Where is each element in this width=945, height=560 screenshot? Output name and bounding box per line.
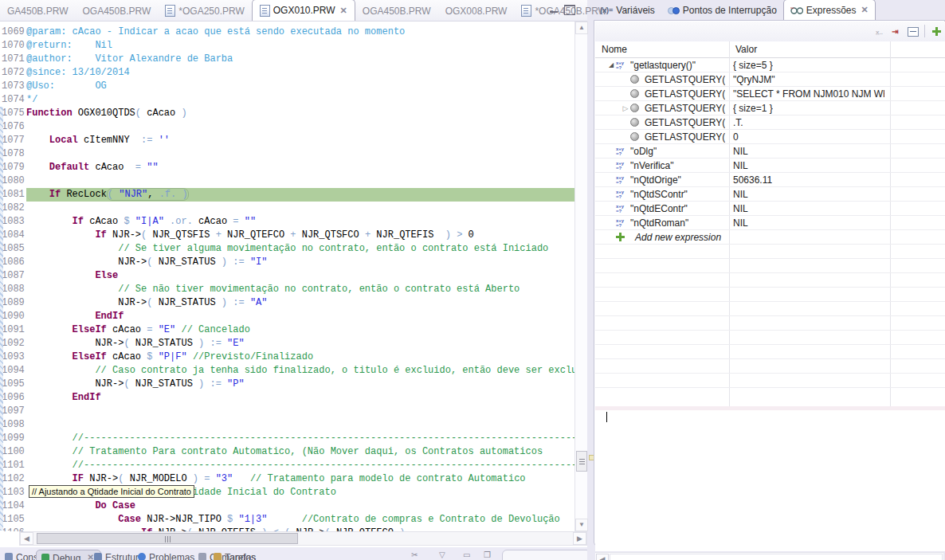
table-row[interactable]: x+y=?"nQtdEContr"NIL bbox=[595, 202, 945, 216]
code-text: //--------------------------------------… bbox=[26, 459, 574, 472]
tab-glasses[interactable]: x=Expressões✕ bbox=[783, 0, 876, 20]
editor-tab-oga250prw[interactable]: *OGA250.PRW bbox=[158, 1, 251, 21]
code-tooltip: // Ajustando a Qtidade Inicial do Contra… bbox=[29, 485, 194, 498]
column-header-nome[interactable]: Nome bbox=[595, 41, 735, 57]
table-row[interactable]: x+y=?"nVerifica"NIL bbox=[595, 159, 945, 173]
close-icon[interactable]: ✕ bbox=[340, 6, 347, 16]
table-row[interactable]: x+y=?"nQtdRoman"NIL bbox=[595, 216, 945, 230]
line-number: 1083 bbox=[0, 215, 26, 229]
code-text: @Uso: OG bbox=[26, 80, 574, 93]
line-number: 1071 bbox=[0, 53, 26, 66]
breakpoints-icon bbox=[668, 7, 680, 14]
code-text: Else bbox=[26, 269, 574, 283]
code-line: 1075Function OGX010QTDS( cAcao ) bbox=[0, 107, 574, 120]
bottom-tab-problems[interactable]: Problemas bbox=[133, 550, 201, 560]
code-text bbox=[26, 147, 574, 161]
editor-horizontal-scrollbar[interactable]: ◀ ▶ bbox=[19, 531, 587, 546]
expressions-view: x̲.. ⇥ Nome Valor ◢x+y=?"getlastquery()"… bbox=[594, 20, 945, 546]
tab-variables[interactable]: (x)=Variáveis bbox=[594, 1, 661, 20]
column-header-valor[interactable]: Valor bbox=[729, 41, 896, 57]
code-line: 1077 Local cItemNNY := '' bbox=[0, 134, 574, 147]
close-icon[interactable]: ✕ bbox=[861, 5, 869, 15]
expressions-table[interactable]: Nome Valor ◢x+y=?"getlastquery()"{ size=… bbox=[595, 41, 945, 406]
add-watchpoint-icon[interactable]: ⇥ bbox=[888, 25, 902, 38]
scroll-left-icon[interactable]: ◀ bbox=[20, 532, 33, 545]
code-text: If cAcao $ "I|A" .or. cAcao = "" bbox=[26, 215, 574, 229]
table-row[interactable]: x+y=?"nQtdSContr"NIL bbox=[595, 187, 945, 202]
expression-value: { size=5 } bbox=[733, 60, 773, 71]
tab-label: OGA450B.PRW bbox=[82, 6, 151, 17]
detail-pane[interactable] bbox=[595, 410, 945, 551]
line-number: 1074 bbox=[0, 93, 26, 107]
line-number: 1072 bbox=[0, 66, 26, 80]
tab-label: Problemas bbox=[149, 552, 194, 560]
bottom-view-bar: ✂ ▽ ▭ ❐ ConsoleDebug✕EstruturaProblemasC… bbox=[0, 547, 587, 560]
add-expression-icon[interactable] bbox=[930, 25, 943, 38]
svg-text:x=: x= bbox=[790, 6, 794, 10]
table-row[interactable]: x+y=?"oDlg"NIL bbox=[595, 144, 945, 159]
add-new-expression-row[interactable]: Add new expression bbox=[595, 230, 945, 245]
editor-tab-ogx008prw[interactable]: OGX008.PRW bbox=[438, 1, 515, 21]
code-text: EndIf bbox=[26, 310, 574, 323]
code-line: 1074*/ bbox=[0, 93, 574, 107]
table-row[interactable]: ◢x+y=?"getlastquery()"{ size=5 } bbox=[595, 58, 945, 72]
scroll-left-icon[interactable]: ◀ bbox=[596, 554, 609, 560]
horizontal-scroll-thumb[interactable] bbox=[37, 533, 298, 544]
expression-value: NIL bbox=[733, 217, 748, 229]
empty-row bbox=[595, 273, 945, 288]
bottom-tab-tasks[interactable]: Tarefas bbox=[209, 550, 262, 560]
changed-lines-marker bbox=[0, 107, 3, 531]
view-maximize-icon[interactable]: ❐ bbox=[484, 550, 491, 559]
code-line: 1087 Else bbox=[0, 269, 574, 283]
editor-tab-ogx010prw[interactable]: OGX010.PRW✕ bbox=[252, 0, 355, 21]
table-row[interactable]: x+y=?"nQtdOrige"50636.11 bbox=[595, 173, 945, 187]
editor-tab-oga450bprw[interactable]: OGA450B.PRW bbox=[75, 1, 158, 21]
filter-icon[interactable]: ▽ bbox=[439, 550, 445, 559]
editor-vertical-scrollbar[interactable]: ▲ ▼ bbox=[574, 22, 587, 531]
code-text: ElseIf cAcao = "E" // Cancelado bbox=[26, 323, 574, 337]
scroll-right-icon[interactable]: ▶ bbox=[573, 532, 586, 545]
table-row[interactable]: ▷GETLASTQUERY({ size=1 } bbox=[595, 101, 945, 116]
tab-label: Tarefas bbox=[225, 552, 256, 560]
scroll-track[interactable] bbox=[610, 554, 943, 560]
expression-value: NIL bbox=[733, 146, 748, 157]
table-row[interactable]: GETLASTQUERY(0 bbox=[595, 130, 945, 144]
code-line: 1104 Do Case bbox=[0, 499, 574, 513]
line-number: 1075 bbox=[0, 107, 26, 120]
table-row[interactable]: GETLASTQUERY("QryNJM" bbox=[595, 72, 945, 87]
vertical-scroll-thumb[interactable] bbox=[576, 451, 587, 472]
view-minimize-icon[interactable]: ▭ bbox=[463, 550, 470, 559]
link-icon[interactable]: ✂ bbox=[411, 550, 418, 559]
expression-name: "nQtdOrige" bbox=[630, 174, 681, 186]
collapse-all-icon[interactable] bbox=[906, 25, 920, 38]
table-header[interactable]: Nome Valor bbox=[595, 41, 945, 58]
show-type-names-icon[interactable]: x̲.. bbox=[872, 25, 886, 38]
code-editor[interactable]: 1069@param: cAcao - Indicar a acao que e… bbox=[0, 22, 574, 531]
expression-value: NIL bbox=[733, 203, 748, 214]
panel-horizontal-scrollbar[interactable]: ◀ bbox=[595, 552, 943, 560]
scroll-up-icon[interactable]: ▲ bbox=[575, 22, 588, 34]
line-number: 1102 bbox=[0, 472, 26, 486]
line-number: 1070 bbox=[0, 39, 26, 53]
editor-tab-oga450bprw[interactable]: OGA450B.PRW bbox=[355, 1, 438, 21]
expression-value: 0 bbox=[733, 131, 739, 143]
line-number: 1105 bbox=[0, 513, 26, 527]
evaluation-result-icon bbox=[630, 89, 645, 98]
editor-tab-ga450bprw[interactable]: GA450B.PRW bbox=[0, 1, 75, 21]
maximize-icon[interactable] bbox=[564, 5, 575, 15]
code-line: 1091 ElseIf cAcao = "E" // Cancelado bbox=[0, 323, 574, 337]
collapse-arrow-icon[interactable]: ▷ bbox=[621, 104, 630, 112]
code-text: EndIf bbox=[26, 391, 574, 405]
code-text: */ bbox=[26, 93, 574, 107]
code-line: 1100 // Tratamento Para contrato Automat… bbox=[0, 445, 574, 459]
code-text: @since: 13/10/2014 bbox=[26, 66, 574, 80]
scroll-down-icon[interactable]: ▼ bbox=[575, 519, 588, 531]
tab-breakpoints[interactable]: Pontos de Interrupção bbox=[661, 1, 783, 20]
table-row[interactable]: GETLASTQUERY(.T. bbox=[595, 116, 945, 130]
table-row[interactable]: GETLASTQUERY("SELECT * FROM NJM010 NJM W… bbox=[595, 87, 945, 101]
empty-row bbox=[595, 345, 945, 359]
minimize-icon[interactable] bbox=[550, 5, 558, 13]
expand-arrow-icon[interactable]: ◢ bbox=[606, 61, 616, 69]
add-expression-label: Add new expression bbox=[635, 232, 721, 243]
line-number: 1096 bbox=[0, 391, 26, 405]
